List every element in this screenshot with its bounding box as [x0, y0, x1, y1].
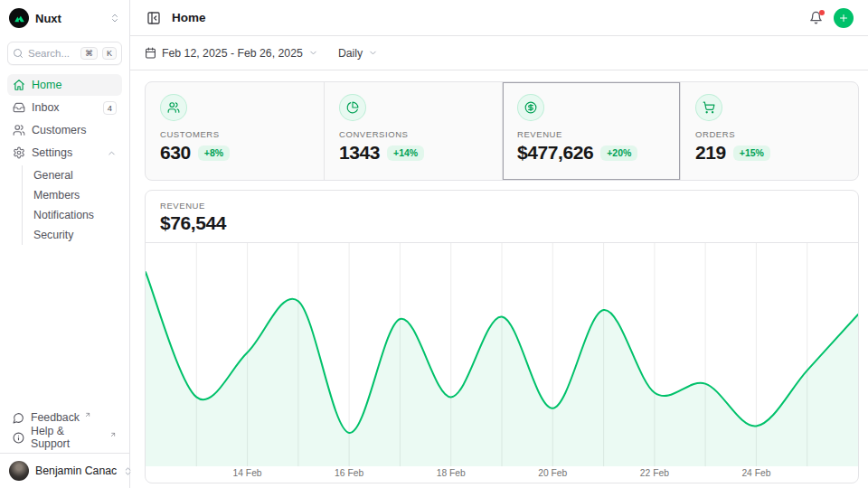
- gear-icon: [13, 146, 25, 159]
- sidebar-item-general[interactable]: General: [30, 165, 122, 185]
- sidebar-subitem-label: Security: [33, 229, 73, 241]
- sidebar-subitem-label: General: [33, 169, 73, 182]
- stat-card-customers[interactable]: CUSTOMERS 630 +8%: [146, 82, 324, 180]
- sidebar-item-customers[interactable]: Customers: [7, 119, 122, 141]
- team-name: Nuxt: [35, 12, 103, 25]
- footer-link-label: Help & Support: [31, 425, 105, 450]
- sidebar-item-members[interactable]: Members: [30, 185, 122, 205]
- x-axis-tick-label: 22 Feb: [640, 468, 669, 478]
- date-range-value: Feb 12, 2025 - Feb 26, 2025: [162, 47, 303, 60]
- sidebar-item-label: Customers: [32, 124, 117, 136]
- home-icon: [13, 79, 25, 91]
- revenue-chart-card: REVENUE $76,544 14 Feb16 Feb18 Feb20 Feb…: [145, 190, 859, 483]
- chevron-up-icon: [107, 148, 117, 158]
- stat-label: CUSTOMERS: [160, 129, 309, 139]
- chat-bubble-icon: [13, 412, 24, 424]
- sidebar-item-label: Inbox: [32, 101, 97, 114]
- top-navbar: Home: [130, 0, 868, 36]
- main-area: Home Feb 12, 2025 - Feb 26, 2025: [130, 0, 868, 488]
- sidebar-item-label: Home: [32, 79, 117, 91]
- add-button[interactable]: [834, 8, 854, 28]
- pie-chart-icon: [339, 94, 366, 121]
- team-selector[interactable]: Nuxt: [0, 0, 129, 36]
- chart-header: REVENUE $76,544: [146, 191, 858, 243]
- granularity-value: Daily: [338, 47, 363, 60]
- stat-value: 1343: [339, 142, 380, 164]
- chart-x-axis: 14 Feb16 Feb18 Feb20 Feb22 Feb24 Feb: [146, 466, 858, 483]
- notifications-button[interactable]: [807, 9, 825, 26]
- sidebar-footer: Feedback Help & Support: [0, 404, 129, 453]
- stat-label: CONVERSIONS: [339, 129, 487, 139]
- x-axis-tick-label: 18 Feb: [437, 468, 466, 478]
- x-axis-tick-label: 16 Feb: [335, 468, 363, 478]
- stat-delta-badge: +8%: [198, 145, 230, 161]
- nuxt-logo-icon: [9, 8, 29, 28]
- content: CUSTOMERS 630 +8% CONVERSIONS 1343 +14%: [130, 70, 868, 483]
- filter-bar: Feb 12, 2025 - Feb 26, 2025 Daily: [130, 36, 868, 70]
- inbox-icon: [13, 101, 25, 114]
- x-axis-tick-label: 24 Feb: [741, 468, 770, 478]
- cart-icon: [695, 94, 722, 121]
- user-name: Benjamin Canac: [35, 465, 117, 477]
- chevron-down-icon: [308, 48, 318, 58]
- dollar-sign-icon: [517, 94, 544, 121]
- search-input[interactable]: Search... ⌘ K: [7, 42, 122, 65]
- stat-delta-badge: +14%: [387, 145, 424, 161]
- sidebar: Nuxt Search... ⌘ K Home: [0, 0, 130, 488]
- kbd-k: K: [102, 47, 117, 61]
- chevrons-up-down-icon: [109, 13, 120, 23]
- revenue-area-chart[interactable]: [146, 243, 858, 466]
- date-range-picker[interactable]: Feb 12, 2025 - Feb 26, 2025: [145, 47, 318, 60]
- users-icon: [13, 124, 25, 136]
- search-placeholder: Search...: [28, 48, 76, 59]
- info-icon: [13, 432, 24, 444]
- sidebar-item-security[interactable]: Security: [30, 225, 122, 245]
- sidebar-subitem-label: Members: [33, 189, 80, 202]
- stat-delta-badge: +15%: [733, 145, 770, 161]
- sidebar-item-inbox[interactable]: Inbox 4: [7, 97, 122, 118]
- notification-dot: [819, 10, 825, 15]
- settings-submenu: General Members Notifications Security: [22, 165, 122, 245]
- footer-link-label: Feedback: [31, 411, 80, 424]
- user-menu[interactable]: Benjamin Canac: [0, 453, 129, 488]
- users-icon: [160, 94, 187, 121]
- stat-label: REVENUE: [517, 129, 665, 139]
- kbd-cmd: ⌘: [80, 47, 98, 61]
- stat-delta-badge: +20%: [600, 145, 637, 161]
- sidebar-subitem-label: Notifications: [33, 209, 94, 221]
- stat-value: $477,626: [517, 142, 593, 164]
- user-avatar: [9, 461, 29, 481]
- search-icon: [13, 48, 24, 59]
- stats-row: CUSTOMERS 630 +8% CONVERSIONS 1343 +14%: [145, 81, 859, 181]
- sidebar-item-notifications[interactable]: Notifications: [30, 205, 122, 225]
- calendar-icon: [145, 47, 156, 59]
- help-support-link[interactable]: Help & Support: [7, 427, 122, 447]
- page-title: Home: [172, 11, 206, 24]
- external-link-icon: [109, 431, 117, 438]
- chart-svg: [146, 243, 858, 466]
- sidebar-item-home[interactable]: Home: [7, 74, 122, 96]
- panel-left-close-icon: [146, 11, 161, 25]
- chart-total-value: $76,544: [160, 212, 844, 234]
- stat-label: ORDERS: [695, 129, 844, 139]
- x-axis-tick-label: 14 Feb: [233, 468, 262, 478]
- sidebar-nav: Home Inbox 4 Customers Settings: [0, 74, 129, 404]
- collapse-sidebar-button[interactable]: [145, 9, 163, 27]
- stat-card-conversions[interactable]: CONVERSIONS 1343 +14%: [324, 82, 502, 180]
- chart-kicker-label: REVENUE: [160, 201, 844, 211]
- sidebar-item-label: Settings: [32, 146, 100, 159]
- chevron-down-icon: [368, 48, 378, 58]
- stat-value: 630: [160, 142, 191, 164]
- stat-card-revenue[interactable]: REVENUE $477,626 +20%: [502, 82, 680, 180]
- granularity-select[interactable]: Daily: [338, 47, 378, 60]
- external-link-icon: [84, 411, 91, 418]
- stat-value: 219: [695, 142, 726, 164]
- dashboard-app: Nuxt Search... ⌘ K Home: [0, 0, 868, 488]
- inbox-count-badge: 4: [103, 101, 117, 115]
- plus-icon: [838, 13, 849, 23]
- x-axis-tick-label: 20 Feb: [538, 468, 567, 478]
- stat-card-orders[interactable]: ORDERS 219 +15%: [680, 82, 858, 180]
- sidebar-item-settings[interactable]: Settings: [7, 142, 122, 164]
